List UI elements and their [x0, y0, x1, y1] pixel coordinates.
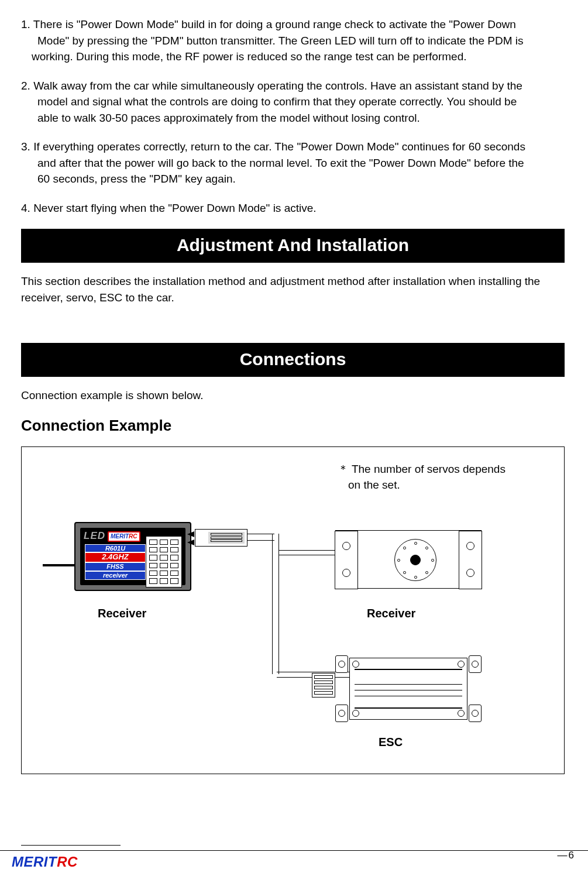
servo-unit — [335, 530, 482, 589]
list-item-2: 2. Walk away from the car while simultan… — [21, 78, 565, 126]
led-label: LED — [84, 529, 105, 544]
list-cont: and after that the power will go back to… — [21, 155, 565, 171]
receiver-labels: R601U 2.4GHZ FHSS receiver — [85, 544, 146, 580]
note-line2: on the set. — [338, 477, 506, 493]
list-num: 3. — [21, 140, 30, 153]
servo-mount — [459, 531, 482, 589]
brand-badge: MERITRC — [108, 531, 140, 542]
section-banner-connections: Connections — [21, 343, 565, 377]
mount-hole — [466, 542, 474, 550]
brand-main: MERIT — [111, 533, 129, 540]
rx-model: R601U — [85, 544, 146, 553]
receiver-unit: LED MERITRC R601U 2.4GHZ FHSS receiver 1… — [74, 522, 191, 591]
footer-brand: MERITRC — [12, 852, 78, 872]
antenna-wire — [43, 564, 75, 566]
list-cont2: 60 seconds, press the "PDM" key again. — [21, 171, 565, 187]
rx-type: receiver — [85, 571, 146, 580]
section-intro: This section describes the installation … — [21, 273, 565, 305]
esc-mount — [469, 705, 482, 722]
list-cont: model and signal what the controls are d… — [21, 94, 565, 110]
servo-caption: Receiver — [367, 605, 415, 622]
page-dash: — — [558, 850, 566, 861]
list-body: If everything operates correctly, return… — [33, 140, 525, 153]
section-banner-adjustment: Adjustment And Installation — [21, 229, 565, 263]
mount-hole — [342, 569, 350, 577]
screw-icon — [458, 710, 465, 717]
connection-example-heading: Connection Example — [21, 415, 565, 437]
list-num: 2. — [21, 80, 30, 92]
rx-mode: FHSS — [85, 562, 146, 571]
esc-unit — [335, 651, 482, 727]
footer-rule — [21, 845, 121, 846]
brand-rc: RC — [129, 533, 137, 540]
list-num: 1. — [21, 18, 30, 30]
connection-diagram: ＊ The number of servos depends on the se… — [21, 446, 565, 774]
list-body: Never start flying when the "Power Down … — [33, 202, 316, 214]
servo-plug — [195, 529, 247, 547]
screw-icon — [352, 661, 359, 668]
list-item-4: 4. Never start flying when the "Power Do… — [21, 200, 565, 217]
list-cont2: able to walk 30-50 paces approximately f… — [21, 110, 565, 126]
diagram-note: ＊ The number of servos depends on the se… — [338, 461, 506, 493]
list-body: Walk away from the car while simultaneou… — [33, 80, 522, 92]
connections-intro: Connection example is shown below. — [21, 387, 565, 404]
rx-freq: 2.4GHZ — [85, 552, 146, 562]
esc-body — [349, 658, 467, 720]
receiver-caption: Receiver — [98, 605, 146, 622]
receiver-header: LED MERITRC — [84, 530, 145, 543]
esc-caption: ESC — [379, 734, 403, 751]
servo-horn — [394, 539, 436, 581]
page-number: —6 — [558, 848, 574, 863]
pin-header — [146, 536, 182, 587]
esc-mount — [335, 705, 348, 722]
list-cont: Mode" by pressing the "PDM" button trans… — [21, 33, 565, 49]
list-num: 4. — [21, 202, 30, 214]
brand-rc: RC — [57, 854, 78, 870]
note-line1: ＊ The number of servos depends — [338, 461, 506, 477]
page-footer: MERITRC —6 — [0, 850, 588, 874]
list-item-3: 3. If everything operates correctly, ret… — [21, 139, 565, 187]
list-body: There is "Power Down Mode" build in for … — [33, 18, 516, 30]
list-cont2: working. During this mode, the RF power … — [21, 49, 565, 65]
screw-icon — [458, 661, 465, 668]
screw-icon — [352, 710, 359, 717]
page-num-value: 6 — [569, 850, 574, 861]
servo-mount — [335, 531, 358, 589]
receiver-face: LED MERITRC R601U 2.4GHZ FHSS receiver 1… — [80, 528, 185, 585]
mount-hole — [342, 542, 350, 550]
esc-connector — [312, 673, 335, 698]
esc-mount — [469, 655, 482, 673]
list-item-1: 1. There is "Power Down Mode" build in f… — [21, 16, 565, 65]
plug-slots — [208, 532, 245, 544]
wire — [247, 534, 274, 541]
mount-hole — [466, 569, 474, 577]
esc-mount — [335, 655, 348, 673]
wire — [272, 534, 279, 674]
brand-main: MERIT — [12, 854, 57, 870]
